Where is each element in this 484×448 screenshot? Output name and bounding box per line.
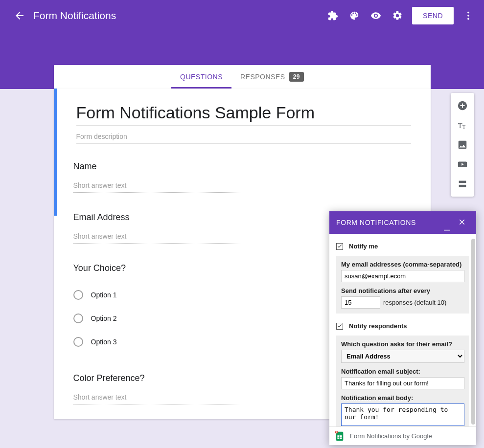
addon-header: FORM NOTIFICATIONS _: [329, 211, 476, 234]
tab-responses[interactable]: RESPONSES 29: [231, 65, 313, 89]
addon-body: Notify me My email addresses (comma-sepa…: [329, 234, 476, 426]
addon-footer: 1 Form Notifications by Google: [329, 426, 476, 445]
app-header: Form Notifications SEND: [0, 0, 484, 31]
notify-respondents-row[interactable]: Notify respondents: [336, 318, 469, 334]
notify-me-settings: My email addresses (comma-separated) Sen…: [336, 256, 469, 314]
preview-icon[interactable]: [365, 5, 387, 26]
notify-respondents-settings: Which question asks for their email? Ema…: [336, 336, 469, 426]
send-button[interactable]: SEND: [412, 7, 454, 24]
svg-point-0: [467, 12, 469, 14]
radio-icon: [73, 337, 83, 347]
email-label: My email addresses (comma-separated): [341, 261, 464, 268]
body-textarea[interactable]: [341, 403, 464, 426]
radio-icon: [73, 290, 83, 300]
responses-count-badge: 29: [289, 72, 304, 82]
option-label: Option 1: [91, 291, 117, 299]
which-question-label: Which question asks for their email?: [341, 340, 464, 348]
svg-text:1: 1: [336, 431, 337, 433]
body-label: Notification email body:: [341, 394, 464, 402]
add-video-icon[interactable]: [453, 155, 472, 174]
short-answer-placeholder: Short answer text: [73, 181, 242, 193]
option-label: Option 3: [91, 338, 117, 346]
back-arrow-icon[interactable]: [10, 6, 29, 25]
add-image-icon[interactable]: [453, 135, 472, 155]
addon-panel: FORM NOTIFICATIONS _ Notify me My email …: [329, 211, 476, 445]
form-description[interactable]: Form description: [76, 126, 411, 144]
addons-icon[interactable]: [322, 5, 344, 26]
sheets-icon: 1: [334, 431, 345, 442]
notify-me-label: Notify me: [349, 243, 378, 250]
settings-icon[interactable]: [387, 5, 408, 26]
frequency-suffix: responses (default 10): [383, 299, 446, 306]
floating-toolbar: TT: [451, 93, 474, 197]
short-answer-placeholder: Short answer text: [73, 393, 242, 404]
tab-responses-label: RESPONSES: [240, 73, 285, 81]
tabs-bar: QUESTIONS RESPONSES 29: [54, 65, 431, 89]
radio-icon: [73, 314, 83, 323]
svg-point-1: [467, 15, 469, 17]
svg-point-2: [467, 18, 469, 20]
checkbox-checked-icon[interactable]: [336, 323, 343, 330]
checkbox-checked-icon[interactable]: [336, 243, 343, 250]
option-label: Option 2: [91, 314, 117, 322]
addon-title: FORM NOTIFICATIONS: [336, 219, 440, 226]
active-section-indicator: [54, 89, 57, 216]
frequency-label: Send notifications after every: [341, 287, 464, 294]
close-icon[interactable]: [455, 218, 469, 228]
minimize-icon[interactable]: _: [440, 218, 455, 227]
svg-text:T: T: [458, 122, 462, 130]
short-answer-placeholder: Short answer text: [73, 232, 242, 244]
add-section-icon[interactable]: [453, 174, 472, 194]
notify-me-row[interactable]: Notify me: [336, 239, 469, 254]
add-title-icon[interactable]: TT: [453, 115, 472, 135]
document-title[interactable]: Form Notifications: [33, 10, 116, 22]
which-question-select[interactable]: Email Address: [341, 350, 464, 363]
theme-icon[interactable]: [344, 5, 365, 26]
more-icon[interactable]: [458, 5, 479, 26]
svg-rect-6: [459, 181, 466, 183]
question-title: Name: [73, 161, 411, 172]
form-title[interactable]: Form Notifications Sample Form: [76, 103, 411, 126]
notify-respondents-label: Notify respondents: [349, 322, 407, 330]
add-question-icon[interactable]: [453, 96, 472, 115]
svg-rect-7: [459, 185, 466, 187]
question-block[interactable]: Name Short answer text: [54, 149, 431, 200]
email-input[interactable]: [341, 270, 464, 282]
tab-questions[interactable]: QUESTIONS: [171, 65, 231, 89]
subject-input[interactable]: [341, 377, 464, 389]
scrollbar[interactable]: [471, 239, 475, 425]
svg-text:T: T: [462, 124, 465, 130]
frequency-input[interactable]: [341, 296, 380, 309]
addon-footer-text: Form Notifications by Google: [350, 432, 432, 440]
subject-label: Notification email subject:: [341, 368, 464, 375]
